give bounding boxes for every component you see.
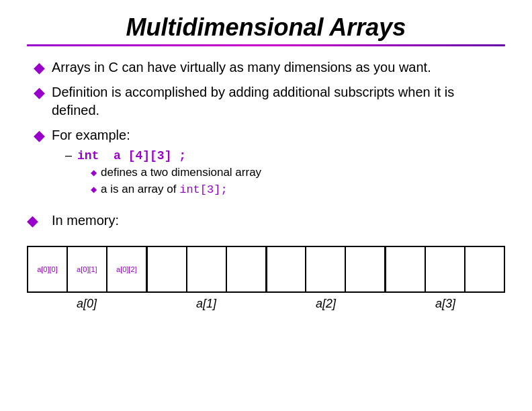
- bullet-diamond-1: ◆: [34, 59, 45, 77]
- diamond-small-1: ◆: [91, 167, 97, 178]
- memory-cell-5: [227, 247, 267, 291]
- group-labels: a[0] a[1] a[2] a[3]: [27, 297, 505, 311]
- bullet-diamond-3: ◆: [34, 127, 45, 144]
- bullet-list: ◆ Arrays in C can have virtually as many…: [34, 58, 505, 208]
- group-label-3: a[3]: [386, 297, 505, 311]
- in-memory-bullet: ◆ In memory:: [27, 212, 505, 230]
- title-area: Multidimensional Arrays: [27, 13, 505, 53]
- slide-title: Multidimensional Arrays: [27, 13, 505, 42]
- bullet-item-2: ◆ Definition is accomplished by adding a…: [34, 83, 505, 120]
- group-label-0: a[0]: [27, 297, 146, 311]
- bullet-text-2: Definition is accomplished by adding add…: [52, 83, 505, 120]
- slide: Multidimensional Arrays ◆ Arrays in C ca…: [0, 0, 532, 411]
- in-memory-label: In memory:: [52, 213, 119, 228]
- memory-cell-10: [426, 247, 466, 291]
- memory-cell-9: [386, 247, 426, 291]
- group-label-2: a[2]: [266, 297, 386, 311]
- title-underline: [27, 44, 505, 46]
- memory-cell-4: [187, 247, 227, 291]
- sub-sub-item-1: ◆ defines a two dimensional array: [91, 165, 261, 181]
- bullet-diamond-2: ◆: [34, 84, 45, 101]
- sub-item-code: int a [4][3] ; ◆ defines a two dimension…: [77, 147, 261, 199]
- memory-cell-6: [267, 247, 307, 291]
- dash: –: [65, 147, 72, 163]
- cell-label-0: a[0][0]: [37, 265, 58, 273]
- bullet-text-3: For example: – int a [4][3] ; ◆ defines …: [52, 126, 505, 201]
- bullet-item-3: ◆ For example: – int a [4][3] ; ◆ define…: [34, 126, 505, 201]
- cell-label-2: a[0][2]: [116, 265, 137, 273]
- sub-sub-item-2: ◆ a is an array of int[3];: [91, 182, 261, 198]
- memory-cell-11: [466, 247, 504, 291]
- memory-cell-7: [306, 247, 346, 291]
- int3-code: int[3];: [179, 183, 227, 196]
- memory-section: a[0][0] a[0][1] a[0][2] a[0] a[1]: [27, 239, 505, 398]
- bullet-diamond-4: ◆: [27, 212, 38, 230]
- memory-cell-3: [148, 247, 187, 291]
- memory-cell-1: a[0][1]: [68, 247, 107, 291]
- sub-sub-list: ◆ defines a two dimensional array ◆ a is…: [91, 165, 261, 198]
- memory-grid: a[0][0] a[0][1] a[0][2]: [27, 246, 505, 293]
- code-snippet: int a [4][3] ;: [77, 149, 186, 163]
- sub-item-1: – int a [4][3] ; ◆ defines a two dimensi…: [65, 147, 505, 199]
- sub-list: – int a [4][3] ; ◆ defines a two dimensi…: [65, 147, 505, 199]
- bullet-item-1: ◆ Arrays in C can have virtually as many…: [34, 58, 505, 77]
- memory-cell-0: a[0][0]: [28, 247, 68, 291]
- bullet-text-1: Arrays in C can have virtually as many d…: [52, 58, 505, 77]
- memory-cell-2: a[0][2]: [107, 247, 148, 291]
- sub-sub-text-2: a is an array of int[3];: [101, 182, 228, 198]
- diamond-small-2: ◆: [91, 184, 97, 195]
- cell-label-1: a[0][1]: [77, 265, 97, 273]
- memory-cell-8: [346, 247, 386, 291]
- sub-sub-text-1: defines a two dimensional array: [101, 165, 261, 181]
- group-label-1: a[1]: [146, 297, 266, 311]
